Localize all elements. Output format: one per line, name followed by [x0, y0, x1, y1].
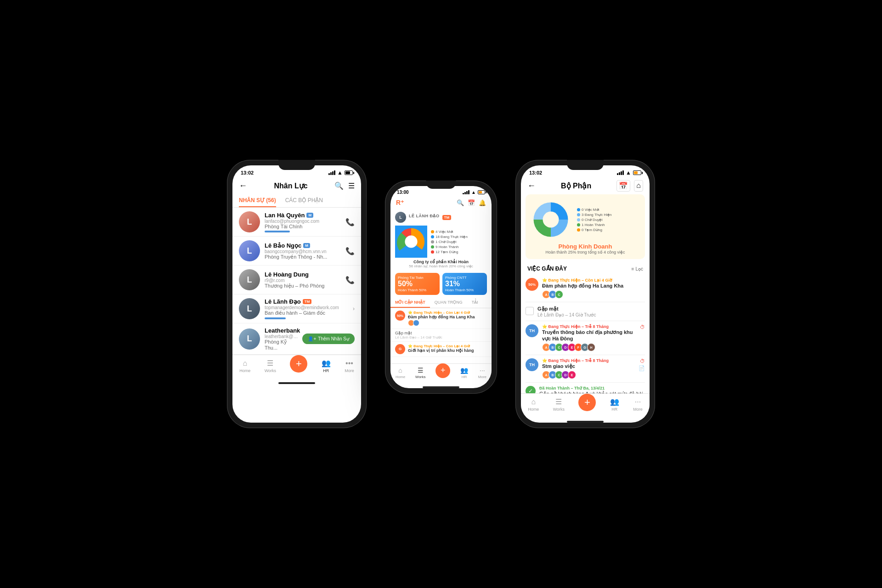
p2-header: R⁺ 🔍 📅 🔔: [390, 197, 492, 208]
task-title: Giới hạn vị trí phân khu Hội hàng: [408, 348, 487, 353]
leader-avatar: L: [395, 212, 406, 223]
dept-card-sub: Hoàn Thành 50%: [445, 288, 484, 292]
nav-works-1[interactable]: ☰ Works: [265, 359, 276, 373]
notch-3: [567, 160, 604, 170]
works-icon: ☰: [267, 359, 273, 368]
nav-works-3[interactable]: ☰ Works: [553, 397, 565, 412]
dept-card-1[interactable]: Phòng Tài Toán 50% Hoàn Thành 50%: [395, 273, 440, 295]
bell-icon-2[interactable]: 🔔: [479, 199, 486, 206]
search-icon-2[interactable]: 🔍: [457, 199, 464, 206]
scene: 13:02 ▲ ← Nhân Lực: [209, 132, 673, 456]
p2-header-icons: 🔍 📅 🔔: [457, 199, 486, 206]
list-item[interactable]: L Lê Lãnh Đạo TM topmanagerdemo@remindwo…: [232, 294, 361, 323]
task-progress-circle: TH: [526, 358, 538, 371]
nav-works-2[interactable]: ☰ Works: [415, 367, 426, 379]
nav-home-2[interactable]: ⌂ Home: [396, 367, 405, 379]
task-detail: ⭐ Đang Thực Hiện – Còn Lại 4 Giờ Giới hạ…: [408, 344, 487, 353]
signal-icon-1: [328, 170, 335, 175]
p1-content: L Lan Hà Quyên M lanfaco@phuongngoc.com …: [232, 208, 361, 384]
nav-home-3[interactable]: ⌂ Home: [528, 398, 539, 412]
tab-important[interactable]: QUAN TRỌNG: [430, 298, 467, 308]
mini-avatar: [413, 320, 419, 326]
filter-icon-1[interactable]: ☰: [348, 181, 355, 190]
task-content: ⭐ Đang Thực Hiện – Còn Lại 4 Giờ Đàm phá…: [542, 278, 645, 299]
nav-more-2[interactable]: ··· More: [478, 367, 486, 379]
nav-bar-3: ⌂ Home ☰ Works + 👥 HR ··· More: [521, 393, 650, 419]
call-icon[interactable]: 📞: [345, 276, 355, 284]
list-item[interactable]: G ⭐ Đang Thực Hiện – Còn Lại 4 Giờ Giới …: [390, 342, 492, 357]
list-item[interactable]: L Lê Hoàng Dung r9@r.com Thương hiệu – P…: [232, 266, 361, 294]
task-detail: ⭐ Đang Thực Hiện – Còn Lại 4 Giờ Đàm phá…: [408, 311, 487, 326]
svg-point-1: [405, 235, 417, 248]
home-icon-3[interactable]: ⌂: [634, 180, 643, 192]
nav-hr-1[interactable]: 👥 HR: [322, 359, 331, 373]
person-name: Leatherbank: [265, 327, 298, 334]
badge-tm-2: TM: [442, 215, 452, 220]
call-icon[interactable]: 📞: [345, 218, 355, 226]
task-sub: Lê Lãnh Đạo – 14 Giờ Trước: [537, 312, 645, 317]
p1-tabs: NHÂN SỰ (56) CÁC BỘ PHẬN: [232, 194, 361, 208]
back-icon-3[interactable]: ←: [527, 181, 536, 191]
search-icon-1[interactable]: 🔍: [334, 181, 344, 190]
calendar-icon-2[interactable]: 📅: [468, 199, 475, 206]
filter-button-3[interactable]: ≡ Lọc: [632, 266, 643, 271]
dept-cards-2: Phòng Tài Toán 50% Hoàn Thành 50% Phòng …: [390, 270, 492, 298]
wifi-icon-2: ▲: [471, 190, 476, 195]
back-icon-1[interactable]: ←: [239, 181, 247, 191]
list-item[interactable]: TH ⭐ Đang Thực Hiện – Trễ 8 Tháng Truyền…: [526, 321, 645, 356]
legend-item: 1 Chờ Duyệt: [431, 240, 468, 244]
pie-chart-3: [530, 199, 571, 240]
task-status-label: ⭐ Đang Thực Hiện – Trễ 8 Tháng: [542, 324, 636, 329]
status-time-2: 13:00: [397, 190, 409, 195]
task-list-3: 50% ⭐ Đang Thực Hiện – Còn Lại 4 Giờ Đàm…: [521, 275, 650, 393]
list-item[interactable]: Gặp mặt Lê Lãnh Đạo – 14 Giờ Trước: [390, 329, 492, 342]
chevron-icon: ›: [353, 305, 355, 312]
nav-add-button-1[interactable]: +: [290, 355, 307, 373]
add-employee-button[interactable]: 👤+ Thêm Nhân Sự: [302, 334, 355, 344]
legend-item: 12 Tạm Dừng: [431, 250, 468, 254]
list-item[interactable]: 50% ⭐ Đang Thực Hiện – Còn Lại 4 Giờ Đàm…: [390, 308, 492, 329]
dept-name-3: Phòng Kinh Doanh: [530, 243, 640, 250]
dept-card-2[interactable]: Phòng CNTT 31% Hoàn Thành 50%: [442, 273, 487, 295]
list-item[interactable]: 50% ⭐ Đang Thực Hiện – Còn Lại 4 Giờ Đàm…: [526, 275, 645, 302]
more-icon: ···: [635, 398, 641, 406]
svg-point-2: [543, 212, 559, 228]
list-item[interactable]: L Leatherbank leatherbank@gmail.com Phòn…: [232, 323, 361, 355]
nav-more-1[interactable]: ••• More: [345, 359, 354, 373]
list-item[interactable]: TH ⭐ Đang Thực Hiện – Trễ 8 Tháng Stm gi…: [526, 355, 645, 383]
home-indicator-2: [423, 386, 459, 388]
task-content: Đã Hoàn Thành – Thứ Ba, 13/4/21 Gặp gỡ k…: [539, 386, 645, 393]
more-icon: ···: [480, 367, 485, 374]
task-status: ⭐ Đang Thực Hiện – Còn Lại 4 Giờ: [408, 344, 487, 348]
list-item[interactable]: L Lan Hà Quyên M lanfaco@phuongngoc.com …: [232, 208, 361, 237]
works-icon: ☰: [418, 367, 424, 374]
nav-hr-2[interactable]: 👥 HR: [460, 367, 468, 379]
tab-nhan-su[interactable]: NHÂN SỰ (56): [239, 194, 276, 207]
list-item[interactable]: ✓ Đã Hoàn Thành – Thứ Ba, 13/4/21 Gặp gỡ…: [526, 383, 645, 393]
list-item[interactable]: L Lê Bảo Ngọc M baongccompany@hcm.vnn.vn…: [232, 237, 361, 266]
task-icons: ⏱: [640, 324, 645, 330]
nav-add-button-3[interactable]: +: [578, 394, 596, 411]
list-item[interactable]: Gặp mặt Lê Lãnh Đạo – 14 Giờ Trước: [526, 302, 645, 321]
nav-add-button-2[interactable]: +: [435, 363, 450, 378]
tab-bo-phan[interactable]: CÁC BỘ PHẬN: [285, 194, 323, 207]
page-title-1: Nhân Lực: [247, 181, 334, 190]
nav-home-1[interactable]: ⌂ Home: [239, 359, 250, 373]
tab-new-update[interactable]: MỚI CẬP NHẬT: [390, 298, 430, 308]
battery-icon-3: [633, 170, 641, 175]
task-content: ⭐ Đang Thực Hiện – Trễ 8 Tháng Stm giao …: [542, 358, 635, 379]
task-avatars: A B C D E F G H: [542, 343, 636, 351]
timer-icon: ⏱: [640, 324, 645, 330]
nav-hr-3[interactable]: 👥 HR: [610, 397, 619, 412]
calendar-icon-3[interactable]: 📅: [616, 180, 630, 192]
filter-lines-icon: ≡: [632, 266, 634, 271]
home-indicator-3: [567, 421, 604, 423]
task-status-label: ⭐ Đang Thực Hiện – Trễ 8 Tháng: [542, 358, 635, 363]
legend-item: 3 Đang Thực Hiện: [577, 213, 611, 217]
tab-load[interactable]: TẢI: [467, 298, 483, 308]
task-progress-circle: 50%: [526, 278, 538, 291]
signal-icon-3: [617, 170, 624, 175]
call-icon[interactable]: 📞: [345, 247, 355, 255]
company-sub-2: 56 nhân sự, hoàn thành 20% công việc: [395, 264, 487, 268]
nav-more-3[interactable]: ··· More: [633, 398, 643, 412]
